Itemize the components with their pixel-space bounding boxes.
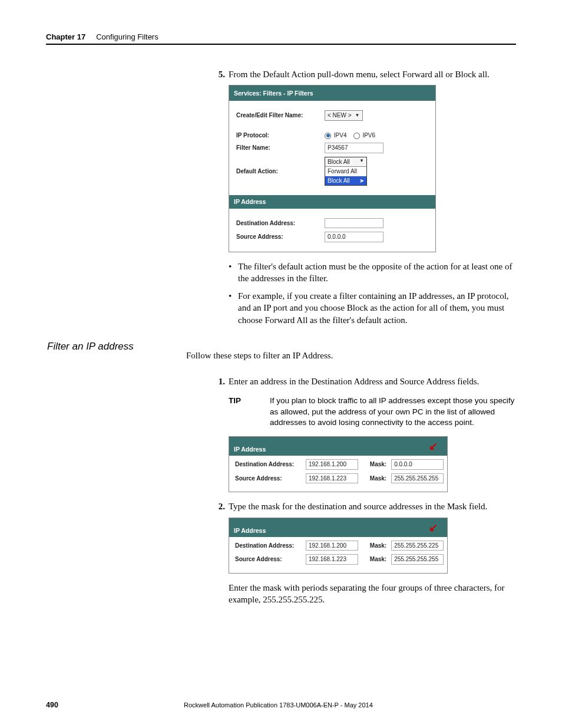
ipv6-label: IPV6	[362, 132, 375, 139]
section-title: IP Address	[234, 445, 266, 453]
src-address-label: Source Address:	[235, 555, 306, 564]
ip-filters-panel: Services: Filters - IP Filters Create/Ed…	[229, 85, 436, 252]
src-address-label: Source Address:	[236, 233, 325, 241]
default-action-label: Default Action:	[236, 167, 325, 176]
bullet-icon	[229, 290, 238, 326]
radio-ipv6[interactable]	[353, 133, 360, 139]
mask-label: Mask:	[370, 475, 386, 483]
create-edit-select[interactable]: < NEW > ▼	[325, 110, 363, 121]
mask-label: Mask:	[370, 460, 386, 469]
chapter-title: Configuring Filters	[96, 32, 158, 41]
src-address-input[interactable]: 192.168.1.223	[306, 554, 358, 565]
dest-mask-input[interactable]: 0.0.0.0	[391, 459, 444, 470]
intro-text: Follow these steps to filter an IP Addre…	[186, 350, 516, 361]
dest-address-input[interactable]: 192.168.1.200	[306, 541, 358, 551]
dropdown-option-forward[interactable]: Forward All	[325, 167, 366, 176]
chevron-down-icon: ▼	[359, 158, 364, 166]
select-value: < NEW >	[328, 111, 352, 120]
step-text: Type the mask for the destination and so…	[229, 500, 516, 512]
ip-address-panel-2: IP Address ↙ Destination Address: 192.16…	[229, 518, 448, 574]
publication-line: Rockwell Automation Publication 1783-UM0…	[58, 701, 498, 709]
src-address-input[interactable]: 192.168.1.223	[306, 473, 358, 484]
mask-label: Mask:	[370, 542, 386, 550]
radio-ipv4[interactable]	[325, 133, 331, 139]
dropdown-option-block[interactable]: Block All ➤	[325, 176, 366, 186]
step-5: 5. From the Default Action pull-down men…	[212, 68, 516, 80]
chapter-label: Chapter 17	[46, 32, 85, 41]
dest-address-input[interactable]: 192.168.1.200	[306, 459, 358, 470]
default-action-select[interactable]: Block All ▼ Forward All Block All ➤	[325, 157, 367, 186]
followup-text: Enter the mask with periods separating t…	[229, 582, 516, 606]
filter-name-label: Filter Name:	[236, 144, 325, 152]
bullet-text: The filter's default action must be the …	[238, 261, 516, 285]
ip-address-panel-1: IP Address ↙ Destination Address: 192.16…	[229, 436, 448, 492]
create-edit-label: Create/Edit Filter Name:	[236, 111, 325, 120]
arrow-icon: ↙	[429, 439, 438, 453]
dest-mask-input[interactable]: 255.255.255.225	[391, 541, 444, 551]
dest-address-input[interactable]	[325, 218, 384, 229]
section-title: IP Address	[234, 526, 266, 535]
step-number: 2.	[212, 500, 225, 512]
header-rule	[46, 44, 516, 45]
bullet-icon	[229, 261, 238, 285]
dest-address-label: Destination Address:	[235, 542, 306, 550]
bullet-text: For example, if you create a filter cont…	[238, 290, 516, 326]
tip-text: If you plan to block traffic to all IP a…	[270, 396, 516, 428]
dest-address-label: Destination Address:	[236, 219, 325, 228]
chevron-down-icon: ▼	[355, 113, 360, 119]
tip-block: TIP If you plan to block traffic to all …	[229, 396, 516, 428]
dest-address-label: Destination Address:	[235, 460, 306, 469]
src-address-input[interactable]: 0.0.0.0	[325, 232, 384, 242]
select-top-value: Block All	[328, 158, 350, 166]
step-text: Enter an address in the Destination Addr…	[229, 375, 516, 387]
src-mask-input[interactable]: 255.255.255.255	[391, 554, 444, 565]
src-mask-input[interactable]: 255.255.255.255	[391, 473, 444, 484]
ip-address-section-bar: IP Address	[229, 195, 435, 208]
step-number: 1.	[212, 375, 225, 387]
panel-title: Services: Filters - IP Filters	[229, 85, 435, 101]
ipv4-label: IPV4	[334, 132, 347, 139]
arrow-icon: ↙	[429, 521, 438, 535]
cursor-icon: ➤	[359, 177, 364, 185]
ip-protocol-label: IP Protocol:	[236, 131, 325, 140]
step-1: 1. Enter an address in the Destination A…	[212, 375, 516, 387]
list-item: The filter's default action must be the …	[229, 261, 516, 285]
mask-label: Mask:	[370, 555, 386, 564]
page-footer: 490 Rockwell Automation Publication 1783…	[46, 701, 516, 709]
src-address-label: Source Address:	[235, 475, 306, 483]
step-text: From the Default Action pull-down menu, …	[229, 68, 516, 80]
dropdown-option-label: Block All	[328, 177, 350, 185]
step-2: 2. Type the mask for the destination and…	[212, 500, 516, 512]
filter-name-input[interactable]: P34567	[325, 143, 384, 153]
list-item: For example, if you create a filter cont…	[229, 290, 516, 326]
bullet-list: The filter's default action must be the …	[229, 261, 516, 326]
page-header: Chapter 17 Configuring Filters	[46, 32, 516, 41]
page-number: 490	[46, 701, 58, 709]
step-number: 5.	[212, 68, 225, 80]
subheading-filter-ip: Filter an IP address	[47, 340, 134, 354]
tip-label: TIP	[229, 396, 270, 428]
